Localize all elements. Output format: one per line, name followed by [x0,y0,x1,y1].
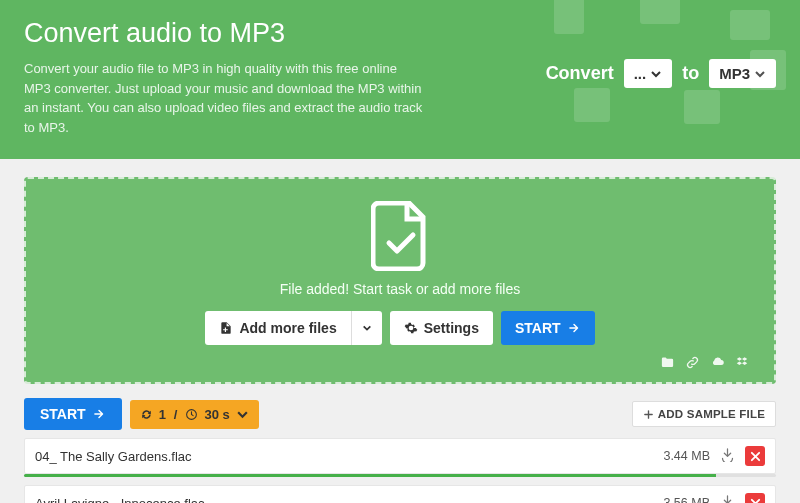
svg-rect-3 [640,0,680,24]
arrow-right-icon [567,321,581,335]
start-button[interactable]: START [501,311,595,345]
progress-bar [24,474,776,477]
start-all-button[interactable]: START [24,398,122,430]
download-icon[interactable] [720,494,735,503]
plus-icon [643,409,654,420]
file-plus-icon [219,321,233,335]
pdf-bg-icon [750,50,790,90]
cloud-icon[interactable] [710,355,725,374]
link-icon[interactable] [685,355,700,374]
convert-label: Convert [546,63,614,84]
add-more-files-button[interactable]: Add more files [205,311,381,345]
arrow-right-icon [92,407,106,421]
mail-bg-icon [640,0,680,30]
chevron-down-icon [362,323,372,333]
to-label: to [682,63,699,84]
chevron-down-icon [650,68,662,80]
clock-icon [185,408,198,421]
file-list: 04_ The Sally Gardens.flac 3.44 MB Avril… [24,438,776,503]
chart-bg-icon [574,88,610,122]
svg-rect-4 [554,0,584,34]
doc-bg-icon [554,0,590,36]
file-name: 04_ The Sally Gardens.flac [35,449,663,464]
folder-icon[interactable] [660,355,675,374]
add-more-caret[interactable] [351,311,382,345]
svg-rect-1 [750,50,786,90]
svg-rect-0 [730,10,770,40]
dropzone[interactable]: File added! Start task or add more files… [24,177,776,384]
hero-banner: Convert audio to MP3 Convert your audio … [0,0,800,159]
file-check-icon [371,201,429,271]
page-description: Convert your audio file to MP3 in high q… [24,59,424,137]
svg-rect-5 [574,88,610,122]
png-bg-icon [684,90,720,124]
dropbox-icon[interactable] [735,355,750,374]
file-row: Avril Lavigne - Innocence.flac 3.56 MB [24,485,776,503]
file-size: 3.56 MB [663,496,710,503]
dropzone-message: File added! Start task or add more files [46,281,754,297]
convert-bar: Convert ... to MP3 [546,59,776,88]
settings-button[interactable]: Settings [390,311,493,345]
file-name: Avril Lavigne - Innocence.flac [35,496,663,504]
svg-rect-2 [684,90,720,124]
download-icon[interactable] [720,447,735,465]
batch-chip[interactable]: 1 / 30 s [130,400,259,429]
sync-icon [140,408,153,421]
add-sample-file-button[interactable]: ADD SAMPLE FILE [632,401,776,427]
file-size: 3.44 MB [663,449,710,463]
delete-button[interactable] [745,493,765,503]
from-format-select[interactable]: ... [624,59,673,88]
file-row: 04_ The Sally Gardens.flac 3.44 MB [24,438,776,474]
chevron-down-icon [236,408,249,421]
jpg-bg-icon [730,10,770,50]
delete-button[interactable] [745,446,765,466]
gear-icon [404,321,418,335]
